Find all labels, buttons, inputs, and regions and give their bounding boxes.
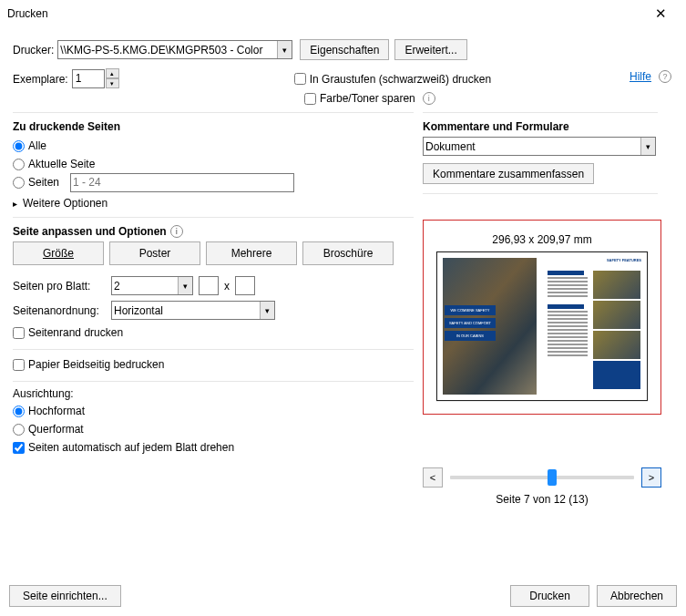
landscape-radio[interactable] [13,424,25,436]
copies-up[interactable]: ▴ [106,68,119,78]
preview-band: SAFETY AND COMFORT [445,318,496,328]
autorotate-label: Seiten automatisch auf jedem Blatt drehe… [28,441,234,454]
preview-band: WE COMBINE SAFETY [445,305,496,315]
order-label: Seitenanordnung: [13,304,108,317]
border-label: Seitenrand drucken [28,326,123,339]
pages-all-radio[interactable] [13,140,25,152]
chevron-down-icon[interactable]: ▾ [640,138,655,155]
multiple-button[interactable]: Mehrere [206,241,297,265]
summarize-button[interactable]: Kommentare zusammenfassen [423,163,594,184]
info-icon[interactable]: i [423,92,435,105]
print-preview: 296,93 x 209,97 mm WE COMBINE SAFETY SAF… [423,220,661,415]
close-button[interactable]: ✕ [642,1,679,26]
copies-down[interactable]: ▾ [106,78,119,88]
window-title: Drucken [7,7,642,20]
pages-range-label: Seiten [28,176,70,189]
copies-label: Exemplare: [13,73,68,86]
advanced-button[interactable]: Erweitert... [394,39,466,60]
help-icon[interactable]: ? [659,70,671,83]
chevron-down-icon[interactable]: ▾ [260,302,274,319]
pages-title: Zu druckende Seiten [13,120,423,133]
pps-rows[interactable] [235,276,255,295]
copies-input[interactable]: 1 [72,69,105,88]
autorotate-checkbox[interactable] [13,442,25,454]
cancel-button[interactable]: Abbrechen [597,585,677,607]
page-setup-button[interactable]: Seite einrichten... [9,585,121,607]
portrait-radio[interactable] [13,406,25,417]
x-label: x [224,280,230,293]
prev-page-button[interactable]: < [423,467,443,488]
border-checkbox[interactable] [13,327,25,339]
more-options-toggle[interactable]: Weitere Optionen [13,197,423,210]
page-slider[interactable] [450,476,634,479]
printer-select[interactable] [57,40,292,59]
pages-range-input[interactable] [70,173,294,192]
info-icon[interactable]: i [170,225,183,238]
comments-title: Kommentare und Formulare [423,120,673,133]
poster-button[interactable]: Poster [109,241,200,265]
chevron-down-icon[interactable]: ▾ [277,41,292,58]
chevron-down-icon[interactable]: ▾ [178,277,192,294]
toner-checkbox[interactable] [304,93,316,105]
page-counter: Seite 7 von 12 (13) [423,493,661,506]
slider-thumb[interactable] [548,469,557,486]
printer-label: Drucker: [13,44,54,56]
duplex-checkbox[interactable] [13,359,25,371]
toner-label: Farbe/Toner sparen [320,92,415,105]
preview-dimensions: 296,93 x 209,97 mm [436,233,648,246]
orientation-title: Ausrichtung: [13,387,423,400]
portrait-label: Hochformat [28,405,85,417]
properties-button[interactable]: Eigenschaften [300,39,389,60]
grayscale-checkbox[interactable] [294,73,306,85]
fit-title: Seite anpassen und Optionen [13,225,167,238]
grayscale-label: In Graustufen (schwarzweiß) drucken [310,73,491,86]
pages-current-label: Aktuelle Seite [28,158,95,170]
booklet-button[interactable]: Broschüre [302,241,394,265]
next-page-button[interactable]: > [641,467,661,488]
pages-range-radio[interactable] [13,177,25,189]
pps-label: Seiten pro Blatt: [13,280,108,293]
preview-heading: SAFETY FEATURES [607,258,641,262]
print-button[interactable]: Drucken [510,585,589,607]
order-select[interactable] [111,301,275,320]
help-link[interactable]: Hilfe [630,70,651,83]
size-button[interactable]: Größe [13,241,104,265]
preview-band: IN OUR CABINS [445,331,496,341]
pages-all-label: Alle [28,139,46,152]
pps-cols[interactable] [199,276,219,295]
landscape-label: Querformat [28,423,84,436]
comments-select[interactable] [423,137,656,156]
pages-current-radio[interactable] [13,159,25,170]
duplex-label: Papier Beidseitig bedrucken [28,358,164,371]
